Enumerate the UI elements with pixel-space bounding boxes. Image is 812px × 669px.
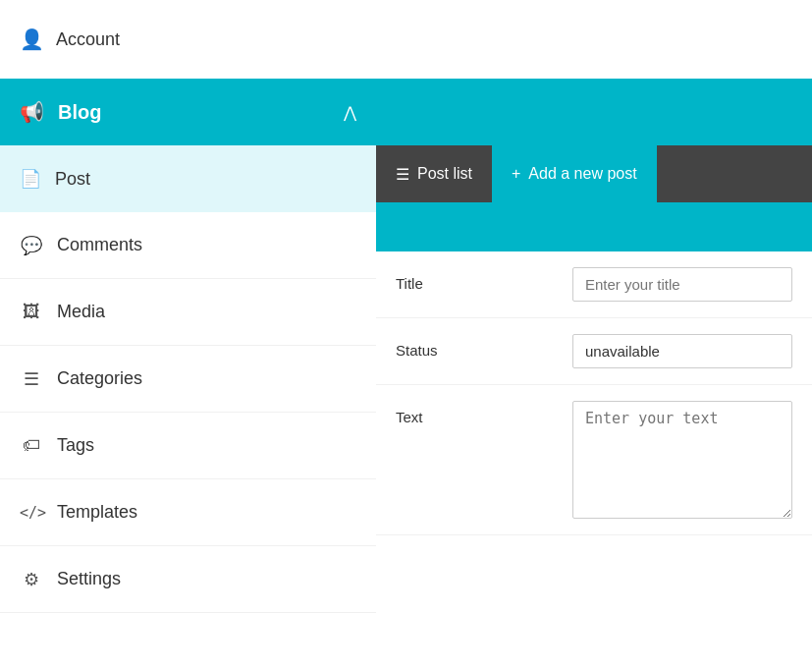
tab-post-list-label: Post list — [417, 165, 472, 183]
sidebar-item-label: Media — [57, 302, 105, 322]
sidebar-item-label: Comments — [57, 235, 142, 255]
sidebar-item-label: Tags — [57, 435, 94, 456]
sidebar-item-blog[interactable]: 📢 Blog ⋀ — [0, 79, 376, 145]
title-label: Title — [396, 267, 572, 292]
blog-label: Blog — [58, 101, 101, 124]
form-row-title: Title — [376, 251, 812, 318]
user-icon: 👤 — [20, 28, 44, 51]
sidebar-item-post[interactable]: 📄 Post — [0, 145, 376, 212]
settings-icon: ⚙ — [20, 569, 43, 590]
sidebar-item-label: Settings — [57, 569, 121, 589]
content-sub-header — [376, 202, 812, 251]
text-input[interactable] — [572, 401, 792, 519]
tags-icon: 🏷 — [20, 435, 43, 456]
tab-post-list[interactable]: ☰ Post list — [376, 145, 492, 202]
post-icon: 📄 — [20, 168, 41, 190]
account-label: Account — [56, 29, 120, 50]
sidebar-item-media[interactable]: 🖼 Media — [0, 279, 376, 346]
sidebar-item-templates[interactable]: </> Templates — [0, 479, 376, 546]
tab-add-post-label: Add a new post — [528, 165, 636, 183]
text-label: Text — [396, 401, 572, 425]
top-header: 👤 Account — [0, 0, 812, 79]
content-teal-header — [376, 79, 812, 145]
chevron-up-icon: ⋀ — [344, 103, 356, 122]
categories-icon: ☰ — [20, 368, 43, 390]
post-label: Post — [55, 169, 90, 190]
sidebar-item-tags[interactable]: 🏷 Tags — [0, 413, 376, 479]
status-label: Status — [396, 334, 572, 359]
form-row-text: Text — [376, 385, 812, 535]
sidebar-item-label: Templates — [57, 502, 137, 523]
sidebar-item-settings[interactable]: ⚙ Settings — [0, 546, 376, 613]
templates-icon: </> — [20, 504, 43, 522]
list-icon: ☰ — [396, 165, 409, 184]
form-row-status: Status — [376, 318, 812, 385]
title-input[interactable] — [572, 267, 792, 302]
megaphone-icon: 📢 — [20, 100, 44, 124]
plus-icon: + — [512, 165, 520, 183]
main-layout: 📢 Blog ⋀ 📄 Post 💬 Comments 🖼 Media ☰ Cat… — [0, 79, 812, 669]
status-input[interactable] — [572, 334, 792, 368]
media-icon: 🖼 — [20, 302, 43, 322]
content-area: ☰ Post list + Add a new post Title Statu… — [376, 79, 812, 669]
sidebar-item-comments[interactable]: 💬 Comments — [0, 212, 376, 279]
tab-add-new-post[interactable]: + Add a new post — [492, 145, 657, 202]
form-area: Title Status Text — [376, 251, 812, 669]
comments-icon: 💬 — [20, 235, 43, 256]
sidebar: 📢 Blog ⋀ 📄 Post 💬 Comments 🖼 Media ☰ Cat… — [0, 79, 376, 669]
sidebar-item-label: Categories — [57, 368, 142, 389]
content-tabs: ☰ Post list + Add a new post — [376, 145, 812, 202]
sidebar-item-categories[interactable]: ☰ Categories — [0, 346, 376, 413]
